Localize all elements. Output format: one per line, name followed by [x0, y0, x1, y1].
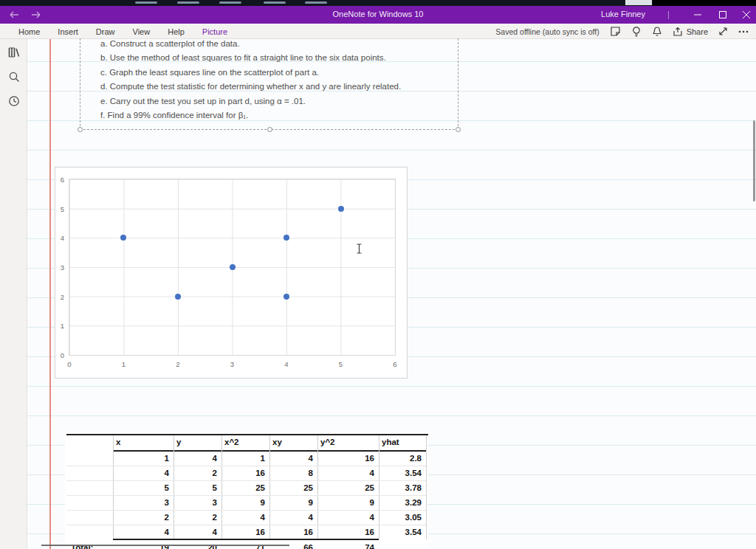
signed-in-user[interactable]: Luke Finney	[601, 10, 645, 18]
vertical-scrollbar[interactable]	[753, 120, 755, 201]
table-header: x^2	[224, 435, 239, 449]
table-cell: 3.05	[379, 510, 422, 525]
minimize-button[interactable]	[691, 9, 704, 21]
problem-line: b. Use the method of least squares to fi…	[100, 53, 386, 62]
background-tab-remnant	[177, 1, 199, 4]
fullscreen-icon[interactable]	[718, 27, 728, 36]
titlebar-divider	[668, 11, 669, 19]
strike-line	[41, 545, 289, 546]
table-cell: 4	[173, 525, 217, 539]
ibeam-cursor	[356, 244, 362, 254]
bell-icon[interactable]	[652, 26, 662, 37]
plot-area: 01234560123456	[69, 179, 396, 356]
x-axis-tick: 5	[339, 360, 343, 368]
y-axis-tick: 3	[61, 263, 64, 272]
background-tab-remnant	[219, 1, 241, 4]
table-cell: 3	[173, 495, 217, 510]
table-header: x	[116, 435, 120, 449]
share-button[interactable]: Share	[673, 27, 708, 37]
table-cell: 3.78	[379, 480, 422, 495]
y-axis-tick: 5	[61, 204, 64, 213]
lightbulb-icon[interactable]	[631, 26, 642, 37]
table-cell: 4	[317, 510, 374, 525]
calculation-table: xyx^2xyy^2yhat1414162.84216843.545525252…	[65, 432, 428, 549]
x-axis-tick: 0	[67, 360, 71, 368]
x-axis-tick: 3	[230, 360, 234, 368]
tab-insert[interactable]: Insert	[49, 27, 87, 36]
table-cell: 8	[269, 466, 313, 480]
table-cell: 4	[269, 510, 313, 525]
table-total-cell: 74	[317, 540, 374, 549]
table-cell: 16	[317, 525, 374, 539]
problem-text-block[interactable]: a. Construct a scatterplot of the data.b…	[80, 38, 458, 130]
tab-view[interactable]: View	[124, 27, 159, 36]
scatter-point	[338, 206, 344, 212]
problem-line: d. Compute the test statistic for determ…	[100, 82, 401, 91]
sticky-note-icon[interactable]	[610, 26, 621, 37]
y-axis-tick: 2	[61, 292, 64, 300]
x-axis-tick: 4	[284, 360, 288, 368]
notebooks-icon[interactable]	[7, 46, 21, 59]
table-header: y^2	[320, 435, 335, 449]
table-cell: 3.29	[379, 495, 422, 510]
resize-handle[interactable]	[267, 127, 272, 132]
onenote-window: OneNote for Windows 10 Luke Finney HomeI…	[0, 0, 756, 549]
table-cell: 2.8	[379, 451, 422, 466]
table-cell: 1	[221, 451, 265, 466]
y-axis-tick: 1	[61, 322, 64, 330]
table-top-border	[66, 434, 428, 436]
table-cell: 9	[269, 495, 313, 510]
table-header: y	[176, 435, 181, 449]
table-cell: 4	[317, 466, 374, 480]
background-tab-remnant	[625, 0, 652, 5]
table-cell: 3	[113, 495, 169, 510]
share-label: Share	[687, 27, 708, 36]
recent-notes-icon[interactable]	[7, 94, 21, 108]
problem-line: e. Carry out the test you set up in part…	[100, 97, 306, 106]
menu-tabs: HomeInsertDrawViewHelpPicture	[10, 24, 236, 39]
y-axis-tick: 6	[61, 176, 64, 184]
table-cell: 1	[113, 451, 169, 466]
resize-handle[interactable]	[456, 127, 461, 132]
more-options-icon[interactable]	[738, 30, 749, 33]
sync-status: Saved offline (auto sync is off)	[495, 27, 599, 36]
tab-picture[interactable]: Picture	[193, 27, 236, 36]
table-cell: 5	[173, 480, 217, 495]
problem-line: a. Construct a scatterplot of the data.	[100, 39, 240, 48]
table-cell: 16	[221, 525, 265, 539]
scatter-point	[120, 235, 126, 241]
x-axis-tick: 1	[122, 360, 126, 368]
table-header: yhat	[382, 435, 399, 449]
table-cell: 16	[269, 525, 313, 539]
y-axis-tick: 0	[61, 351, 64, 359]
x-axis-tick: 2	[176, 360, 179, 368]
tab-help[interactable]: Help	[159, 27, 193, 36]
background-tab-remnant	[305, 1, 327, 4]
table-cell: 3.54	[379, 525, 422, 539]
table-cell: 4	[221, 510, 265, 525]
scatterplot-image[interactable]: 01234560123456	[55, 167, 408, 379]
tab-home[interactable]: Home	[10, 27, 49, 36]
close-button[interactable]	[740, 9, 753, 21]
scatter-point	[284, 294, 289, 300]
scatter-point	[175, 294, 181, 300]
ribbon-right-cluster: Saved offline (auto sync is off) Share	[495, 24, 749, 39]
table-cell: 25	[269, 480, 313, 495]
table-cell: 5	[113, 480, 169, 495]
tab-draw[interactable]: Draw	[87, 27, 124, 36]
search-icon[interactable]	[7, 70, 21, 83]
resize-handle[interactable]	[78, 127, 83, 132]
table-cell: 16	[317, 451, 374, 466]
maximize-button[interactable]	[716, 9, 729, 21]
background-tab-remnant	[135, 1, 157, 4]
table-cell: 25	[221, 480, 265, 495]
table-cell: 2	[113, 510, 169, 525]
left-sidebar	[0, 39, 27, 549]
table-cell: 9	[317, 495, 374, 510]
table-cell: 9	[221, 495, 265, 510]
table-cell: 4	[269, 451, 313, 466]
x-axis-tick: 6	[393, 360, 396, 368]
problem-line: f. Find a 99% confidence interval for β₁…	[100, 111, 248, 120]
table-cell: 16	[221, 466, 265, 480]
background-window-strip	[0, 0, 756, 6]
